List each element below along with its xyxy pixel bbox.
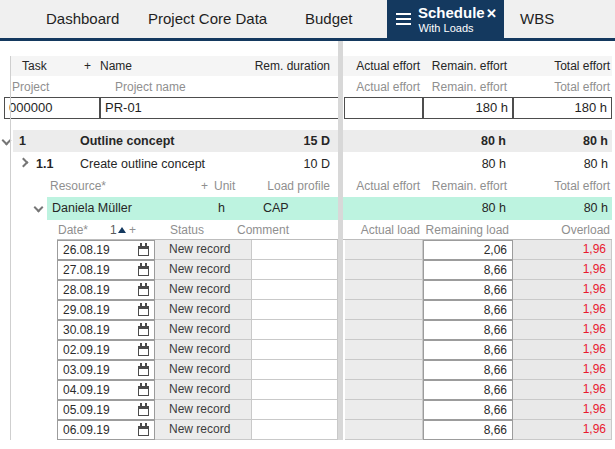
col-actual-load: Actual load <box>345 220 422 240</box>
task-1-name[interactable]: Outline concept <box>80 130 174 152</box>
add-load-row-icon[interactable]: + <box>129 220 136 240</box>
remaining-load-cell[interactable]: 8,66 <box>423 420 513 440</box>
col-status: Status <box>170 220 204 240</box>
tab-bar: Dashboard Project Core Data Budget Sched… <box>0 0 615 41</box>
sort-order-number[interactable]: 1 <box>110 220 117 240</box>
calendar-icon[interactable] <box>138 386 149 396</box>
load-row: 28.08.19 New record 8,66 1,96 <box>57 280 612 300</box>
comment-cell[interactable] <box>252 320 338 340</box>
load-row: 04.09.19 New record 8,66 1,96 <box>57 380 612 400</box>
tab-dashboard[interactable]: Dashboard <box>46 10 119 27</box>
comment-cell[interactable] <box>252 360 338 380</box>
load-row: 05.09.19 New record 8,66 1,96 <box>57 400 612 420</box>
tab-budget[interactable]: Budget <box>305 10 353 27</box>
comment-cell[interactable] <box>252 260 338 280</box>
sort-ascending-icon[interactable] <box>118 227 126 233</box>
date-value: 29.08.19 <box>63 301 110 319</box>
tab-schedule[interactable]: Schedule ✕ With Loads <box>387 0 504 38</box>
date-value: 06.09.19 <box>63 421 110 439</box>
date-value: 30.08.19 <box>63 321 110 339</box>
project-remain-effort-field[interactable]: 180 h <box>423 97 513 119</box>
resource-name[interactable]: Daniela Müller <box>52 197 132 219</box>
calendar-icon[interactable] <box>138 266 149 276</box>
subcol-project-name: Project name <box>115 77 186 97</box>
col-resource-total-effort: Total effort <box>513 176 612 196</box>
remaining-load-cell[interactable]: 8,66 <box>423 340 513 360</box>
col-remain-effort: Remain. effort <box>423 56 509 76</box>
col-rem-duration: Rem. duration <box>240 56 332 76</box>
actual-load-cell <box>345 360 423 380</box>
schedule-panel: Task + Name Rem. duration Actual effort … <box>0 41 615 449</box>
calendar-icon[interactable] <box>138 246 149 256</box>
task-1-1-number[interactable]: 1.1 <box>36 153 53 175</box>
resource-unit: h <box>218 197 225 219</box>
add-resource-icon[interactable]: + <box>201 176 208 196</box>
hamburger-icon[interactable] <box>396 18 411 20</box>
status-cell: New record <box>155 300 252 320</box>
comment-cell[interactable] <box>252 380 338 400</box>
load-table: 26.08.19 New record 2,06 1,96 27.08.19 N… <box>57 239 612 440</box>
comment-cell[interactable] <box>252 300 338 320</box>
status-cell: New record <box>155 420 252 440</box>
status-cell: New record <box>155 340 252 360</box>
date-cell[interactable]: 28.08.19 <box>57 280 155 300</box>
comment-cell[interactable] <box>252 400 338 420</box>
date-cell[interactable]: 04.09.19 <box>57 380 155 400</box>
project-total-effort-field[interactable]: 180 h <box>513 97 612 119</box>
tab-wbs[interactable]: WBS <box>520 10 554 27</box>
actual-load-cell <box>345 280 423 300</box>
calendar-icon[interactable] <box>138 426 149 436</box>
chevron-down-icon[interactable] <box>34 203 44 213</box>
comment-cell[interactable] <box>252 240 338 260</box>
task-1-number[interactable]: 1 <box>19 130 26 152</box>
remaining-load-cell[interactable]: 8,66 <box>423 300 513 320</box>
actual-load-cell <box>345 400 423 420</box>
date-cell[interactable]: 06.09.19 <box>57 420 155 440</box>
project-actual-effort-field[interactable] <box>344 97 423 119</box>
remaining-load-cell[interactable]: 8,66 <box>423 380 513 400</box>
calendar-icon[interactable] <box>138 346 149 356</box>
remaining-load-cell[interactable]: 8,66 <box>423 320 513 340</box>
close-icon[interactable]: ✕ <box>486 7 497 20</box>
date-cell[interactable]: 29.08.19 <box>57 300 155 320</box>
calendar-icon[interactable] <box>138 326 149 336</box>
chevron-right-icon[interactable] <box>19 158 29 168</box>
date-cell[interactable]: 30.08.19 <box>57 320 155 340</box>
task-1-rem-duration: 15 D <box>240 130 332 152</box>
calendar-icon[interactable] <box>138 306 149 316</box>
date-cell[interactable]: 03.09.19 <box>57 360 155 380</box>
remaining-load-cell[interactable]: 8,66 <box>423 260 513 280</box>
calendar-icon[interactable] <box>138 406 149 416</box>
date-cell[interactable]: 02.09.19 <box>57 340 155 360</box>
pane-splitter[interactable] <box>338 41 343 440</box>
remaining-load-cell[interactable]: 8,66 <box>423 280 513 300</box>
comment-cell[interactable] <box>252 340 338 360</box>
subcol-project: Project <box>12 77 49 97</box>
date-cell[interactable]: 05.09.19 <box>57 400 155 420</box>
date-value: 28.08.19 <box>63 281 110 299</box>
tab-project-core-data[interactable]: Project Core Data <box>148 10 267 27</box>
project-id-field[interactable]: 000000 <box>4 97 100 119</box>
date-value: 27.08.19 <box>63 261 110 279</box>
comment-cell[interactable] <box>252 420 338 440</box>
subcol-total-effort: Total effort <box>513 77 612 97</box>
date-cell[interactable]: 26.08.19 <box>57 240 155 260</box>
calendar-icon[interactable] <box>138 366 149 376</box>
col-resource-actual-effort: Actual effort <box>345 176 422 196</box>
remaining-load-cell[interactable]: 2,06 <box>423 240 513 260</box>
date-value: 03.09.19 <box>63 361 110 379</box>
table-left-border <box>10 56 11 440</box>
task-1-1-name[interactable]: Create outline concept <box>80 153 205 175</box>
tab-schedule-label: Schedule <box>418 4 485 21</box>
remaining-load-cell[interactable]: 8,66 <box>423 400 513 420</box>
calendar-icon[interactable] <box>138 286 149 296</box>
remaining-load-cell[interactable]: 8,66 <box>423 360 513 380</box>
date-cell[interactable]: 27.08.19 <box>57 260 155 280</box>
project-name-field[interactable]: PR-01 <box>100 97 340 119</box>
actual-load-cell <box>345 240 423 260</box>
load-row: 03.09.19 New record 8,66 1,96 <box>57 360 612 380</box>
comment-cell[interactable] <box>252 280 338 300</box>
add-column-icon[interactable]: + <box>84 56 91 76</box>
col-load-profile: Load profile <box>240 176 332 196</box>
actual-load-cell <box>345 380 423 400</box>
